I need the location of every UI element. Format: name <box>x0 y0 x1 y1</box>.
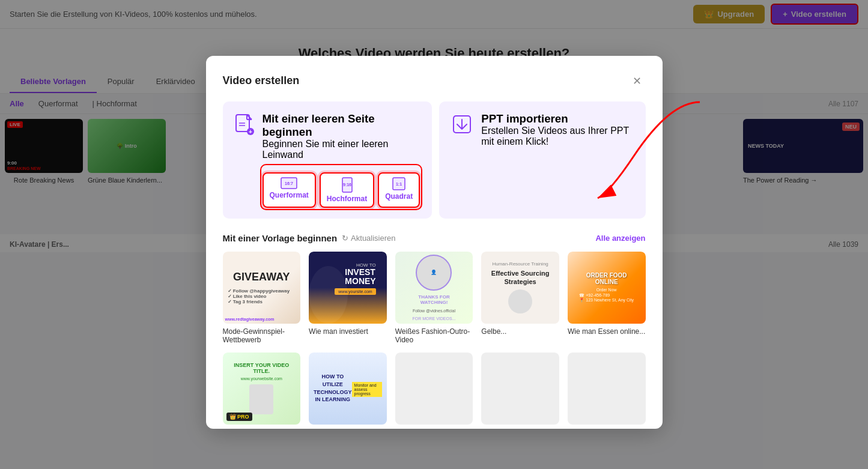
modal-title: Video erstellen <box>223 74 300 87</box>
template-card-food[interactable]: ORDER FOODONLINE Order Now ☎ +92-456-789… <box>568 252 646 252</box>
view-all-button[interactable]: Alle anzeigen <box>595 234 645 243</box>
template-card-invest[interactable]: HOW TO INVESTMONEY www.yoursite.com Wie … <box>309 252 387 252</box>
start-options: + Mit einer leeren Seite beginnen Beginn… <box>223 101 646 219</box>
template-thumb-food: ORDER FOODONLINE Order Now ☎ +92-456-789… <box>568 252 646 252</box>
templates-section: Mit einer Vorlage beginnen ↻ Aktualisier… <box>223 233 646 252</box>
templates-title: Mit einer Vorlage beginnen <box>223 233 338 243</box>
template-card-fashion[interactable]: 👤 THANKS FORWATCHING! Follow @vidnes.off… <box>395 252 473 252</box>
template-thumb-invest: HOW TO INVESTMONEY www.yoursite.com <box>309 252 387 252</box>
templates-header-left: Mit einer Vorlage beginnen ↻ Aktualisier… <box>223 233 396 243</box>
modal-header: Video erstellen ✕ <box>223 73 646 89</box>
template-grid: GIVEAWAY ✓ Follow @happygiveaway✓ Like t… <box>223 252 646 252</box>
templates-header: Mit einer Vorlage beginnen ↻ Aktualisier… <box>223 233 646 243</box>
start-blank-title: Mit einer leeren Seite beginnen <box>263 112 420 139</box>
ppt-import-text: PPT importieren Erstellen Sie Videos aus… <box>481 112 633 147</box>
start-blank-option[interactable]: + Mit einer leeren Seite beginnen Beginn… <box>223 101 432 219</box>
template-card-sourcing[interactable]: Human-Resource Training Effective Sourci… <box>481 252 559 252</box>
modal-close-button[interactable]: ✕ <box>629 73 646 89</box>
template-thumb-fashion: 👤 THANKS FORWATCHING! Follow @vidnes.off… <box>395 252 473 252</box>
svg-text:16:7: 16:7 <box>285 181 293 186</box>
quadrat-ratio: Quadrat <box>385 192 413 201</box>
template-thumb-sourcing: Human-Resource Training Effective Sourci… <box>481 252 559 252</box>
querformat-ratio: Querformat <box>270 191 309 199</box>
svg-text:+: + <box>249 129 252 135</box>
start-blank-text: Mit einer leeren Seite beginnen Beginnen… <box>263 112 420 208</box>
template-thumb-giveaway: GIVEAWAY ✓ Follow @happygiveaway✓ Like t… <box>223 252 301 252</box>
template-card-giveaway[interactable]: GIVEAWAY ✓ Follow @happygiveaway✓ Like t… <box>223 252 301 252</box>
modal-video-erstellen: Video erstellen ✕ + Mit einer leeren Sei… <box>206 56 663 252</box>
hochformat-ratio: Hochformat <box>327 195 367 203</box>
blank-page-icon: + <box>235 113 254 141</box>
format-querformat-btn[interactable]: 16:7 Querformat <box>263 172 316 208</box>
refresh-icon: ↻ <box>342 234 348 243</box>
refresh-label: Aktualisieren <box>351 234 395 243</box>
svg-text:1:1: 1:1 <box>396 182 402 186</box>
format-hochformat-btn[interactable]: 9:16 Hochformat <box>320 172 374 208</box>
ppt-import-desc: Erstellen Sie Videos aus Ihrer PPT mit e… <box>481 126 633 147</box>
format-quadrat-btn[interactable]: 1:1 Quadrat <box>378 172 420 208</box>
start-blank-desc: Beginnen Sie mit einer leeren Leinwand <box>263 139 420 160</box>
svg-text:9:16: 9:16 <box>343 183 351 187</box>
view-all-label: Alle anzeigen <box>595 234 645 243</box>
ppt-import-icon <box>451 113 473 139</box>
ppt-import-title: PPT importieren <box>481 112 633 126</box>
format-buttons: 16:7 Querformat 9:16 Hochformat <box>263 172 420 208</box>
refresh-button[interactable]: ↻ Aktualisieren <box>342 234 395 243</box>
format-group: 16:7 Querformat 9:16 Hochformat <box>263 166 420 208</box>
ppt-import-option[interactable]: PPT importieren Erstellen Sie Videos aus… <box>439 101 645 219</box>
